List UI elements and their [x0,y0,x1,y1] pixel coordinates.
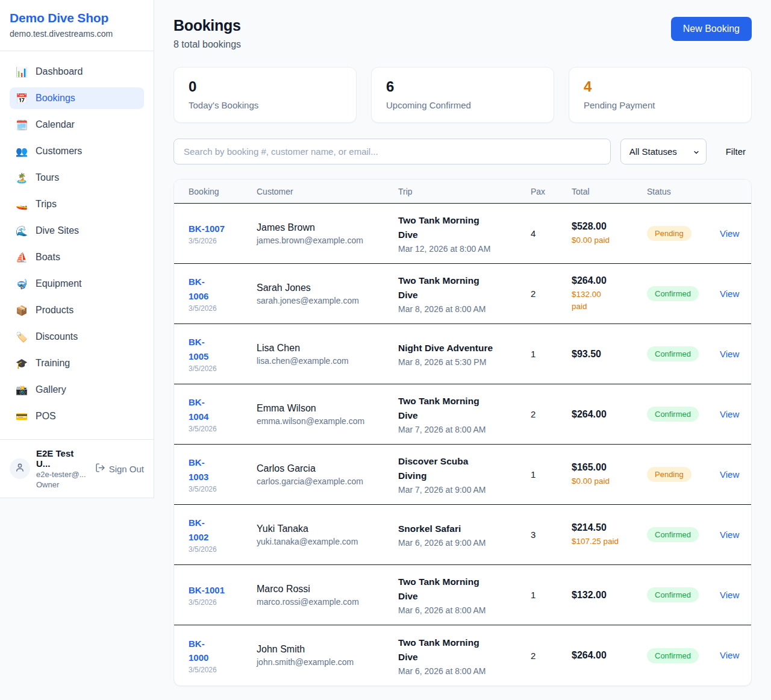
total-cell: $264.00 [572,409,647,420]
sidebar-item-dive-sites[interactable]: 🌊 Dive Sites [10,220,144,242]
total-cell: $165.00 $0.00 paid [572,462,647,487]
view-cell: View [720,530,739,540]
booking-date: 3/5/2026 [189,364,257,373]
booking-cell: BK- 1000 3/5/2026 [189,637,257,675]
filter-button[interactable]: Filter [720,142,752,161]
sidebar-item-products[interactable]: 📦 Products [10,299,144,321]
paid-amount: $107.25 paid [572,536,647,548]
view-link[interactable]: View [720,530,739,540]
stat-value: 6 [386,78,539,95]
trip-cell: Night Dive Adventure Mar 8, 2026 at 5:30… [398,341,531,367]
customer-email: john.smith@example.com [257,657,398,667]
booking-id-link[interactable]: BK-1007 [189,222,225,236]
sidebar-item-customers[interactable]: 👥 Customers [10,140,144,162]
trip-name: Two Tank Morning Dive [398,575,531,604]
pax-cell: 2 [531,289,572,299]
view-link[interactable]: View [720,650,739,660]
avatar [10,458,30,479]
pax-cell: 1 [531,349,572,359]
booking-id-link[interactable]: BK-1001 [189,583,225,597]
view-link[interactable]: View [720,409,739,419]
sidebar-item-equipment[interactable]: 🤿 Equipment [10,273,144,295]
search-input[interactable] [173,139,611,164]
booking-id-link[interactable]: BK- 1005 [189,335,208,363]
booking-date: 3/5/2026 [189,425,257,433]
sidebar-nav: 📊 Dashboard 📅 Bookings 🗓️ Calendar 👥 Cus… [0,51,154,439]
new-booking-button[interactable]: New Booking [671,17,752,41]
total-amount: $264.00 [572,409,647,420]
sidebar-item-gallery[interactable]: 📸 Gallery [10,379,144,401]
customer-email: sarah.jones@example.com [257,296,398,305]
sidebar-item-label: Customers [36,146,82,157]
sidebar-item-label: Tours [36,172,59,183]
table-row: BK- 1004 3/5/2026 Emma Wilson emma.wilso… [174,384,751,445]
customer-cell: John Smith john.smith@example.com [257,644,398,667]
view-link[interactable]: View [720,469,739,480]
total-cell: $264.00 $132.00 paid [572,275,647,312]
booking-id-link[interactable]: BK- 1004 [189,395,208,423]
status-badge: Confirmed [647,648,699,663]
sidebar-item-label: POS [36,411,56,422]
sidebar-item-trips[interactable]: 🚤 Trips [10,193,144,215]
sidebar-item-boats[interactable]: ⛵ Boats [10,246,144,268]
customer-name: Carlos Garcia [257,463,398,474]
sidebar-item-label: Trips [36,199,57,210]
customer-name: James Brown [257,222,398,233]
booking-id-link[interactable]: BK- 1002 [189,516,208,544]
sidebar-item-bookings[interactable]: 📅 Bookings [10,87,144,109]
trip-name: Two Tank Morning Dive [398,636,531,664]
sidebar-item-tours[interactable]: 🏝️ Tours [10,167,144,189]
table-row: BK- 1003 3/5/2026 Carlos Garcia carlos.g… [174,445,751,505]
status-select[interactable]: All Statuses [620,139,707,164]
status-cell: Confirmed [647,407,720,422]
status-badge: Confirmed [647,346,699,361]
status-select-wrap: All Statuses [620,139,707,164]
sidebar-item-calendar[interactable]: 🗓️ Calendar [10,114,144,136]
sidebar-item-dashboard[interactable]: 📊 Dashboard [10,61,144,83]
customer-cell: Lisa Chen lisa.chen@example.com [257,343,398,366]
total-amount: $132.00 [572,590,647,601]
trip-cell: Two Tank Morning Dive Mar 6, 2026 at 8:0… [398,636,531,676]
booking-id-link[interactable]: BK- 1000 [189,637,208,665]
sidebar-item-label: Discounts [36,331,78,342]
nav-icon: 🎓 [16,358,28,369]
view-cell: View [720,228,739,239]
bookings-table: Booking Customer Trip Pax Total Status B… [173,179,752,686]
total-cell: $214.50 $107.25 paid [572,522,647,548]
nav-icon: 🏝️ [16,172,28,184]
trip-cell: Discover Scuba Diving Mar 7, 2026 at 9:0… [398,454,531,495]
filter-row: All Statuses Filter [173,139,752,164]
column-header-customer: Customer [257,187,398,196]
view-cell: View [720,289,739,299]
nav-icon: 📊 [16,66,28,78]
sidebar-item-training[interactable]: 🎓 Training [10,352,144,374]
pax-cell: 4 [531,228,572,239]
trip-name: Night Dive Adventure [398,341,531,355]
booking-id-link[interactable]: BK- 1003 [189,455,208,484]
column-header-pax: Pax [531,187,572,196]
view-cell: View [720,590,739,601]
total-cell: $132.00 [572,590,647,601]
nav-icon: ⛵ [16,252,28,263]
sidebar-item-discounts[interactable]: 🏷️ Discounts [10,326,144,348]
view-link[interactable]: View [720,289,739,299]
booking-cell: BK- 1005 3/5/2026 [189,335,257,373]
view-link[interactable]: View [720,228,739,239]
brand-name: Demo Dive Shop [10,11,144,25]
booking-date: 3/5/2026 [189,598,257,607]
sign-out-button[interactable]: Sign Out [95,463,144,475]
pax-cell: 1 [531,469,572,480]
pax-cell: 2 [531,409,572,419]
view-cell: View [720,469,739,480]
booking-id-link[interactable]: BK- 1006 [189,275,208,303]
view-link[interactable]: View [720,590,739,600]
view-link[interactable]: View [720,349,739,359]
stat-card: 4 Pending Payment [569,67,752,123]
booking-cell: BK- 1002 3/5/2026 [189,516,257,554]
trip-name: Snorkel Safari [398,522,531,536]
page-header: Bookings 8 total bookings New Booking [173,17,752,50]
column-header-trip: Trip [398,187,531,196]
customer-cell: Marco Rossi marco.rossi@example.com [257,584,398,607]
sidebar-item-pos[interactable]: 💳 POS [10,405,144,427]
sidebar: Demo Dive Shop demo.test.divestreams.com… [0,0,154,498]
